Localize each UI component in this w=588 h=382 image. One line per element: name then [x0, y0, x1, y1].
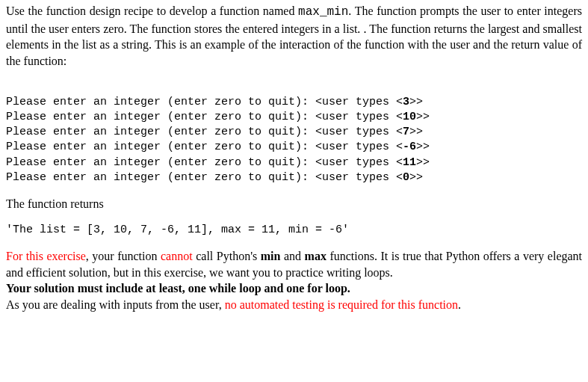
max-word: max — [305, 250, 327, 262]
user-input: 0 — [403, 171, 409, 184]
interaction-line: Please enter an integer (enter zero to q… — [6, 111, 430, 123]
note-red-a: For this exercise — [6, 250, 86, 262]
user-input: 7 — [403, 126, 409, 138]
note-text: As you are dealing with inputs from the … — [6, 298, 225, 311]
note-text: call Python's — [193, 250, 261, 262]
loop-requirement: Your solution must include at least, one… — [6, 282, 350, 295]
prompt-text: Please enter an integer (enter zero to q… — [6, 156, 403, 169]
intro-text-a: Use the function design recipe to develo… — [6, 4, 298, 17]
prompt-text: Please enter an integer (enter zero to q… — [6, 141, 403, 153]
prompt-tail: >> — [409, 96, 423, 108]
note-text: , your function — [86, 250, 161, 262]
note-text: . — [458, 298, 461, 311]
min-word: min — [261, 250, 281, 262]
interaction-line: Please enter an integer (enter zero to q… — [6, 141, 430, 153]
no-testing-note: no automated testing is required for thi… — [225, 298, 458, 311]
interaction-line: Please enter an integer (enter zero to q… — [6, 96, 423, 108]
user-input: -6 — [403, 141, 416, 153]
prompt-tail: >> — [416, 141, 430, 153]
user-input: 11 — [403, 156, 416, 169]
prompt-tail: >> — [409, 126, 423, 138]
intro-paragraph: Use the function design recipe to develo… — [6, 3, 582, 69]
prompt-tail: >> — [409, 171, 423, 184]
interaction-line: Please enter an integer (enter zero to q… — [6, 156, 430, 169]
returns-label: The function returns — [6, 196, 582, 212]
prompt-text: Please enter an integer (enter zero to q… — [6, 171, 403, 184]
prompt-tail: >> — [416, 156, 430, 169]
note-text: and — [280, 250, 304, 262]
prompt-tail: >> — [416, 111, 430, 123]
interaction-line: Please enter an integer (enter zero to q… — [6, 171, 423, 184]
prompt-text: Please enter an integer (enter zero to q… — [6, 96, 403, 108]
user-input: 10 — [403, 111, 416, 123]
return-value: 'The list = [3, 10, 7, -6, 11], max = 11… — [6, 223, 582, 238]
prompt-text: Please enter an integer (enter zero to q… — [6, 111, 403, 123]
interaction-block: Please enter an integer (enter zero to q… — [6, 79, 582, 185]
interaction-line: Please enter an integer (enter zero to q… — [6, 126, 423, 138]
user-input: 3 — [403, 96, 409, 108]
note-red-b: cannot — [161, 250, 193, 262]
function-name: max_min — [298, 5, 348, 19]
notes-block: For this exercise, your function cannot … — [6, 248, 582, 312]
prompt-text: Please enter an integer (enter zero to q… — [6, 126, 403, 138]
